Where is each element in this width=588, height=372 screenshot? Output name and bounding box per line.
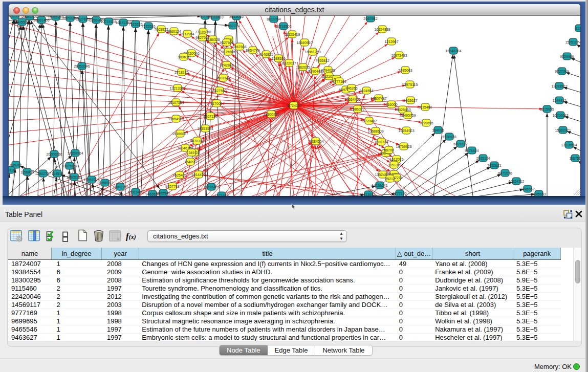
- svg-text:7515526: 7515526: [128, 23, 142, 26]
- svg-text:1588520: 1588520: [271, 57, 285, 60]
- svg-text:16782759: 16782759: [112, 185, 128, 189]
- svg-text:9327508: 9327508: [220, 41, 233, 45]
- svg-text:6879197: 6879197: [453, 142, 467, 146]
- svg-text:9857791: 9857791: [165, 185, 179, 188]
- svg-text:8990443: 8990443: [308, 70, 322, 73]
- svg-text:3624554: 3624554: [359, 89, 373, 93]
- svg-text:1612076: 1612076: [389, 158, 403, 161]
- svg-text:9899695: 9899695: [419, 121, 433, 125]
- svg-text:18300295: 18300295: [263, 113, 279, 116]
- svg-text:8471676: 8471676: [498, 171, 512, 175]
- svg-text:9245652: 9245652: [520, 187, 534, 191]
- svg-text:9242848: 9242848: [220, 63, 233, 67]
- svg-text:9463627: 9463627: [403, 99, 417, 102]
- svg-text:16154838: 16154838: [374, 28, 390, 31]
- svg-text:1362635: 1362635: [296, 65, 310, 69]
- svg-text:9115460: 9115460: [419, 105, 432, 109]
- svg-text:25212: 25212: [385, 177, 395, 181]
- svg-text:13353594: 13353594: [197, 127, 213, 130]
- svg-text:117006: 117006: [211, 102, 223, 105]
- svg-text:164095: 164095: [432, 128, 444, 132]
- svg-text:19166827: 19166827: [172, 132, 188, 136]
- svg-text:9146821: 9146821: [259, 53, 273, 56]
- svg-text:16107554: 16107554: [168, 101, 184, 104]
- svg-text:989611: 989611: [178, 55, 190, 59]
- svg-text:15751074: 15751074: [565, 40, 580, 44]
- svg-text:7955812: 7955812: [315, 59, 329, 62]
- svg-text:12923448: 12923448: [127, 190, 143, 194]
- svg-text:1571649: 1571649: [214, 194, 228, 196]
- svg-text:8813055: 8813055: [229, 16, 243, 18]
- svg-text:1117: 1117: [576, 27, 580, 30]
- svg-text:16961758: 16961758: [304, 50, 320, 54]
- svg-text:10025453: 10025453: [395, 108, 410, 112]
- svg-text:7485063: 7485063: [398, 69, 412, 72]
- svg-text:9329966: 9329966: [560, 55, 574, 58]
- svg-text:2803144: 2803144: [216, 76, 230, 80]
- svg-text:11325419: 11325419: [285, 33, 300, 36]
- svg-text:20364456: 20364456: [344, 98, 360, 101]
- svg-text:9465546: 9465546: [156, 191, 170, 195]
- svg-text:17359924: 17359924: [67, 151, 83, 155]
- svg-text:746266: 746266: [345, 86, 357, 90]
- svg-text:9474444: 9474444: [465, 149, 478, 152]
- svg-text:16055713: 16055713: [48, 16, 63, 19]
- svg-text:16210643: 16210643: [552, 114, 568, 117]
- svg-text:15692971: 15692971: [555, 128, 571, 132]
- svg-text:9794028: 9794028: [321, 69, 335, 72]
- svg-text:10975857: 10975857: [61, 164, 77, 168]
- svg-text:8186328: 8186328: [206, 38, 220, 41]
- svg-text:19756928: 19756928: [396, 145, 411, 148]
- svg-text:17016504: 17016504: [561, 143, 577, 147]
- svg-text:19654923: 19654923: [398, 129, 414, 133]
- svg-text:12942757: 12942757: [35, 172, 51, 176]
- svg-text:12033872: 12033872: [551, 84, 567, 88]
- svg-text:12213349: 12213349: [169, 86, 185, 90]
- svg-text:8215955: 8215955: [540, 107, 554, 111]
- svg-text:8267130: 8267130: [203, 115, 217, 118]
- svg-text:7632621: 7632621: [487, 164, 501, 167]
- svg-text:1880724: 1880724: [374, 140, 388, 144]
- svg-text:19218506: 19218506: [275, 25, 291, 28]
- svg-text:10688609: 10688609: [367, 129, 383, 133]
- svg-text:19654983: 19654983: [168, 117, 184, 121]
- svg-text:8454749: 8454749: [246, 49, 259, 52]
- svg-text:2718176: 2718176: [175, 71, 188, 74]
- svg-text:14136141: 14136141: [372, 184, 387, 187]
- svg-text:20206536: 20206536: [46, 152, 62, 156]
- svg-text:15716485: 15716485: [203, 185, 219, 189]
- svg-text:18495759: 18495759: [400, 114, 416, 117]
- svg-text:12975115: 12975115: [402, 83, 418, 86]
- svg-text:20691406: 20691406: [33, 18, 49, 22]
- svg-text:14055712: 14055712: [9, 16, 23, 18]
- svg-text:10973493: 10973493: [391, 54, 407, 57]
- svg-text:10719155: 10719155: [100, 20, 116, 24]
- svg-text:12505135: 12505135: [66, 176, 82, 179]
- svg-text:9227349: 9227349: [555, 70, 569, 73]
- svg-text:8660124: 8660124: [167, 30, 181, 33]
- svg-text:8813054: 8813054: [267, 17, 280, 21]
- svg-text:5938928: 5938928: [442, 135, 456, 139]
- svg-text:29053346: 29053346: [74, 64, 90, 68]
- svg-text:15720407: 15720407: [361, 119, 377, 123]
- svg-text:6914479: 6914479: [191, 173, 205, 177]
- svg-text:154099: 154099: [184, 160, 196, 164]
- svg-text:1527602: 1527602: [76, 17, 90, 21]
- svg-text:10654112: 10654112: [509, 180, 525, 183]
- svg-text:114519: 114519: [52, 172, 63, 176]
- svg-text:18640910: 18640910: [296, 41, 312, 45]
- svg-text:2087682: 2087682: [363, 17, 377, 20]
- svg-text:349: 349: [188, 151, 194, 155]
- svg-text:23226058: 23226058: [195, 30, 211, 34]
- svg-text:8912954: 8912954: [180, 32, 194, 36]
- svg-text:216000: 216000: [385, 103, 397, 106]
- svg-text:86700: 86700: [384, 148, 394, 152]
- svg-text:39119: 39119: [9, 168, 15, 172]
- svg-text:1213967: 1213967: [384, 40, 398, 43]
- svg-text:7663822: 7663822: [154, 28, 168, 31]
- svg-text:8427552: 8427552: [212, 89, 226, 93]
- svg-text:18724007: 18724007: [286, 104, 301, 107]
- svg-text:116753: 116753: [570, 157, 580, 160]
- svg-text:7357224: 7357224: [226, 24, 239, 28]
- svg-text:19384554: 19384554: [308, 140, 323, 143]
